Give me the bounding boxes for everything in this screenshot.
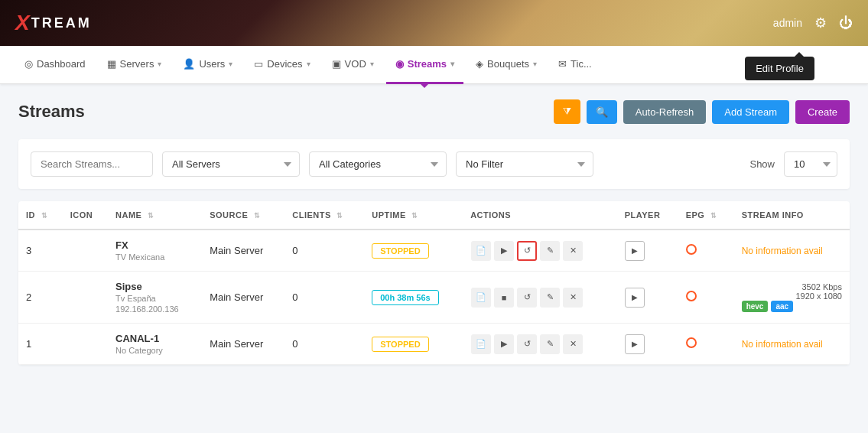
- cell-uptime: 00h 38m 56s: [364, 272, 463, 324]
- show-label: Show: [749, 158, 775, 170]
- action-delete-button[interactable]: ✕: [563, 241, 583, 261]
- action-file-button[interactable]: 📄: [471, 241, 491, 261]
- uptime-badge: STOPPED: [372, 337, 428, 352]
- page-content: Streams ⧩ 🔍 Auto-Refresh Add Stream Crea…: [0, 84, 868, 380]
- col-icon: ICON: [63, 201, 108, 230]
- add-stream-button[interactable]: Add Stream: [712, 100, 789, 124]
- stream-info-text: No information avail: [742, 339, 823, 350]
- stream-name: Sipse: [115, 281, 194, 292]
- bouquets-icon: ◈: [476, 58, 483, 70]
- streams-chevron: ▾: [450, 60, 454, 68]
- col-player: PLAYER: [617, 201, 678, 230]
- power-button[interactable]: ⏻: [839, 15, 853, 31]
- cell-source: Main Server: [202, 230, 284, 272]
- action-delete-button[interactable]: ✕: [563, 334, 583, 354]
- col-clients: CLIENTS ⇅: [284, 201, 364, 230]
- devices-icon: ▭: [254, 58, 263, 70]
- codec-audio-badge: aac: [771, 301, 793, 312]
- nav-item-tickets[interactable]: ✉ Tic...: [549, 46, 601, 84]
- show-count-dropdown[interactable]: 10 25 50 100: [784, 151, 837, 177]
- nav-label-bouquets: Bouquets: [487, 58, 529, 70]
- stream-name: FX: [115, 239, 194, 251]
- action-edit-button[interactable]: ✎: [540, 241, 560, 261]
- stream-subtitle: No Category: [115, 346, 194, 355]
- player-play-button[interactable]: ▶: [625, 288, 645, 308]
- cell-stream-info: No information avail: [734, 324, 850, 365]
- col-epg: EPG ⇅: [678, 201, 734, 230]
- header: X TREAM admin ⚙ ⏻ Edit Profile: [0, 0, 868, 46]
- cell-clients: 0: [284, 272, 364, 324]
- cell-uptime: STOPPED: [364, 324, 463, 365]
- cell-stream-info: 3502 Kbps 1920 x 1080 hevc aac: [734, 272, 850, 324]
- stream-ip: 192.168.200.136: [115, 304, 194, 314]
- action-edit-button[interactable]: ✎: [540, 288, 560, 308]
- streams-dropdown-arrow: [418, 82, 431, 88]
- bouquets-chevron: ▾: [533, 60, 537, 68]
- nav-item-servers[interactable]: ▦ Servers ▾: [98, 46, 171, 84]
- cell-icon: [63, 324, 108, 365]
- stream-subtitle: Tv España: [115, 294, 194, 303]
- page-actions: ⧩ 🔍 Auto-Refresh Add Stream Create: [554, 99, 850, 124]
- cell-actions: 📄 ■ ↺ ✎ ✕: [463, 272, 617, 324]
- stream-info-details: 3502 Kbps 1920 x 1080 hevc aac: [742, 282, 842, 312]
- cell-clients: 0: [284, 230, 364, 272]
- action-file-button[interactable]: 📄: [471, 334, 491, 354]
- servers-dropdown[interactable]: All Servers Main Server: [162, 151, 300, 177]
- nav-label-dashboard: Dashboard: [37, 58, 86, 70]
- nav-item-devices[interactable]: ▭ Devices ▾: [245, 46, 319, 84]
- kbps-value: 3502 Kbps: [742, 282, 842, 291]
- edit-profile-tooltip: Edit Profile: [745, 57, 814, 80]
- stream-info-text: No information avail: [742, 246, 823, 256]
- cell-actions: 📄 ▶ ↺ ✎ ✕: [463, 230, 617, 272]
- devices-chevron: ▾: [307, 60, 310, 68]
- filters-row: All Servers Main Server All Categories N…: [18, 139, 850, 189]
- player-play-button[interactable]: ▶: [625, 334, 645, 354]
- action-edit-button[interactable]: ✎: [540, 334, 560, 354]
- codec-video-badge: hevc: [742, 301, 769, 312]
- search-input[interactable]: [31, 151, 153, 177]
- nav-item-users[interactable]: 👤 Users ▾: [174, 46, 242, 84]
- action-restart-button[interactable]: ↺: [517, 334, 537, 354]
- table-row: 2 Sipse Tv España 192.168.200.136 Main S…: [18, 272, 850, 324]
- users-icon: 👤: [183, 58, 195, 70]
- streams-table: ID ⇅ ICON NAME ⇅ SOURCE ⇅ CLIENTS ⇅ UPTI…: [18, 201, 850, 365]
- uptime-badge: STOPPED: [372, 243, 428, 259]
- nav-item-dashboard[interactable]: ◎ Dashboard: [15, 46, 95, 84]
- search-icon: 🔍: [596, 106, 608, 118]
- nav-item-bouquets[interactable]: ◈ Bouquets ▾: [467, 46, 546, 84]
- settings-button[interactable]: ⚙: [814, 15, 827, 31]
- cell-epg: [678, 324, 734, 365]
- search-button[interactable]: 🔍: [587, 100, 617, 124]
- action-delete-button[interactable]: ✕: [563, 288, 583, 308]
- action-restart-button[interactable]: ↺: [517, 241, 537, 261]
- player-play-button[interactable]: ▶: [625, 241, 645, 261]
- table-row: 3 FX TV Mexicana Main Server 0 STOPPED 📄: [18, 230, 850, 272]
- page-header: Streams ⧩ 🔍 Auto-Refresh Add Stream Crea…: [18, 99, 850, 124]
- table-header-row: ID ⇅ ICON NAME ⇅ SOURCE ⇅ CLIENTS ⇅ UPTI…: [18, 201, 850, 230]
- logo-text: TREAM: [31, 15, 92, 31]
- nav-label-tickets: Tic...: [571, 58, 592, 70]
- page-title: Streams: [18, 102, 85, 122]
- categories-dropdown[interactable]: All Categories: [309, 151, 447, 177]
- cell-name: FX TV Mexicana: [108, 230, 202, 272]
- nav-item-streams[interactable]: ◉ Streams ▾: [386, 46, 463, 84]
- filter-button[interactable]: ⧩: [554, 99, 580, 124]
- logo: X TREAM: [15, 11, 92, 35]
- action-stop-button[interactable]: ■: [494, 288, 514, 308]
- col-actions: ACTIONS: [463, 201, 617, 230]
- action-restart-button[interactable]: ↺: [517, 288, 537, 308]
- action-play-button[interactable]: ▶: [494, 241, 514, 261]
- nav-item-vod[interactable]: ▣ VOD ▾: [323, 46, 383, 84]
- resolution-value: 1920 x 1080: [742, 291, 842, 301]
- cell-source: Main Server: [202, 272, 284, 324]
- cell-actions: 📄 ▶ ↺ ✎ ✕: [463, 324, 617, 365]
- action-file-button[interactable]: 📄: [471, 288, 491, 308]
- action-play-button[interactable]: ▶: [494, 334, 514, 354]
- cell-id: 2: [18, 272, 63, 324]
- filter-dropdown[interactable]: No Filter: [456, 151, 593, 177]
- auto-refresh-button[interactable]: Auto-Refresh: [623, 100, 707, 124]
- cell-name: CANAL-1 No Category: [108, 324, 202, 365]
- nav-label-streams: Streams: [408, 58, 447, 70]
- cell-epg: [678, 272, 734, 324]
- create-button[interactable]: Create: [795, 100, 850, 124]
